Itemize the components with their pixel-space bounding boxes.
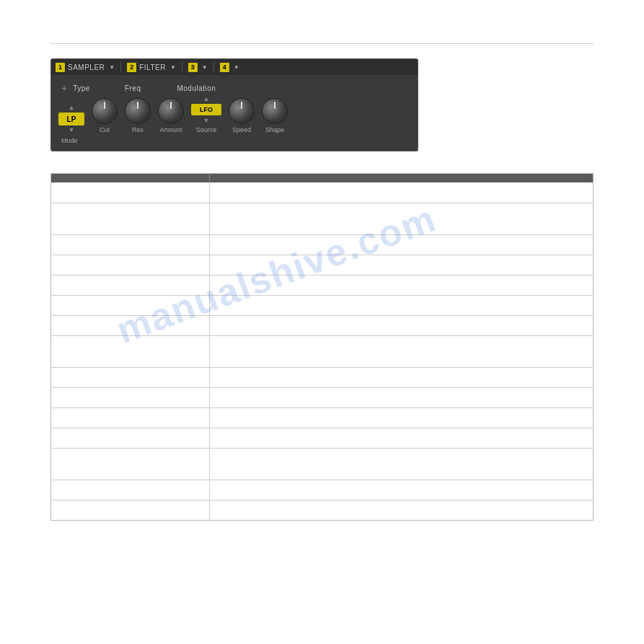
table-cell <box>210 480 594 500</box>
shape-knob-group: Shape <box>262 98 288 133</box>
tab-3[interactable]: 3 ▼ <box>188 63 208 72</box>
tab-label-filter: FILTER <box>139 63 166 71</box>
table-cell <box>51 295 210 315</box>
table-row <box>51 335 594 367</box>
table-cell <box>51 203 210 234</box>
mode-selector[interactable]: ▲ LP ▼ <box>58 105 84 133</box>
table-row <box>51 387 594 407</box>
speed-knob[interactable] <box>229 98 255 124</box>
table-cell <box>51 407 210 428</box>
source-selector[interactable]: ▲ LFO ▼ Source <box>191 95 221 133</box>
data-table <box>50 173 594 521</box>
section-labels-row: + Type Freq Modulation <box>58 79 410 95</box>
tab-dropdown-arrow-3[interactable]: ▼ <box>202 64 208 71</box>
table-container <box>50 173 594 521</box>
amount-knob-group: Amount <box>158 98 184 133</box>
table-row <box>51 203 594 234</box>
table-row <box>51 182 594 203</box>
cut-knob[interactable] <box>92 98 118 124</box>
table-cell <box>51 234 210 255</box>
table-row <box>51 255 594 275</box>
tab-filter[interactable]: 2 FILTER ▼ <box>127 63 176 72</box>
tab-divider-1 <box>120 62 121 72</box>
table-cell <box>51 335 210 367</box>
table-row <box>51 500 594 520</box>
source-arrow-down[interactable]: ▼ <box>203 117 210 124</box>
table-cell <box>210 428 594 448</box>
speed-label: Speed <box>232 126 251 133</box>
shape-knob[interactable] <box>262 98 288 124</box>
table-cell <box>51 315 210 335</box>
table-cell <box>210 275 594 295</box>
table-row <box>51 448 594 480</box>
mode-display: LP <box>58 113 84 125</box>
table-cell <box>210 387 594 407</box>
cut-knob-group: Cut <box>92 98 118 133</box>
col-header-2 <box>210 174 594 183</box>
table-cell <box>51 367 210 387</box>
table-row <box>51 275 594 295</box>
source-display: LFO <box>191 104 221 115</box>
table-row <box>51 428 594 448</box>
mode-arrow-down[interactable]: ▼ <box>69 127 75 133</box>
table-cell <box>210 203 594 234</box>
mode-label: Mode <box>61 137 78 144</box>
top-divider <box>50 43 594 44</box>
tab-dropdown-arrow-2[interactable]: ▼ <box>170 64 176 71</box>
table-row <box>51 407 594 428</box>
table-cell <box>210 182 594 203</box>
table-cell <box>51 387 210 407</box>
type-section-label: Type <box>73 84 90 92</box>
table-cell <box>210 295 594 315</box>
tab-number-2: 2 <box>127 63 136 72</box>
tab-number-1: 1 <box>56 63 65 72</box>
amount-knob[interactable] <box>158 98 184 124</box>
col-header-1 <box>51 174 210 183</box>
table-cell <box>51 275 210 295</box>
table-cell <box>210 407 594 428</box>
tab-dropdown-arrow-4[interactable]: ▼ <box>234 64 239 71</box>
synth-panel: 1 SAMPLER ▼ 2 FILTER ▼ 3 ▼ 4 <box>50 58 418 151</box>
res-knob-group: Res <box>125 98 151 133</box>
table-cell <box>210 500 594 520</box>
source-label: Source <box>196 126 217 133</box>
table-row <box>51 234 594 255</box>
mod-section-label: Modulation <box>177 84 216 92</box>
tab-label-sampler: SAMPLER <box>68 63 105 71</box>
add-button[interactable]: + <box>61 82 67 94</box>
tab-sampler[interactable]: 1 SAMPLER ▼ <box>56 63 115 72</box>
table-cell <box>210 448 594 480</box>
table-cell <box>51 448 210 480</box>
tab-number-3: 3 <box>188 63 198 72</box>
controls-area: + Type Freq Modulation ▲ LP ▼ <box>51 75 418 151</box>
res-label: Res <box>132 126 144 133</box>
table-row <box>51 367 594 387</box>
amount-label: Amount <box>159 126 182 133</box>
cut-label: Cut <box>100 126 110 133</box>
table-cell <box>210 367 594 387</box>
table-cell <box>51 428 210 448</box>
table-cell <box>51 480 210 500</box>
speed-knob-group: Speed <box>229 98 255 133</box>
table-row <box>51 480 594 500</box>
tab-dropdown-arrow-1[interactable]: ▼ <box>109 64 115 71</box>
tab-bar: 1 SAMPLER ▼ 2 FILTER ▼ 3 ▼ 4 <box>51 59 418 75</box>
source-arrow-up[interactable]: ▲ <box>203 95 210 102</box>
table-cell <box>210 234 594 255</box>
tab-divider-2 <box>182 62 182 72</box>
table-row <box>51 315 594 335</box>
table-cell <box>51 255 210 275</box>
table-cell <box>210 255 594 275</box>
table-cell <box>51 182 210 203</box>
res-knob[interactable] <box>125 98 151 124</box>
mode-arrow-up[interactable]: ▲ <box>69 105 75 111</box>
shape-label: Shape <box>265 126 284 133</box>
table-cell <box>210 335 594 367</box>
table-cell <box>210 315 594 335</box>
tab-number-4: 4 <box>220 63 229 72</box>
tab-4[interactable]: 4 ▼ <box>220 63 239 72</box>
knobs-row: ▲ LP ▼ Cut Res <box>58 95 410 133</box>
table-row <box>51 295 594 315</box>
page-content: 1 SAMPLER ▼ 2 FILTER ▼ 3 ▼ 4 <box>0 0 644 644</box>
freq-section-label: Freq <box>125 84 141 92</box>
